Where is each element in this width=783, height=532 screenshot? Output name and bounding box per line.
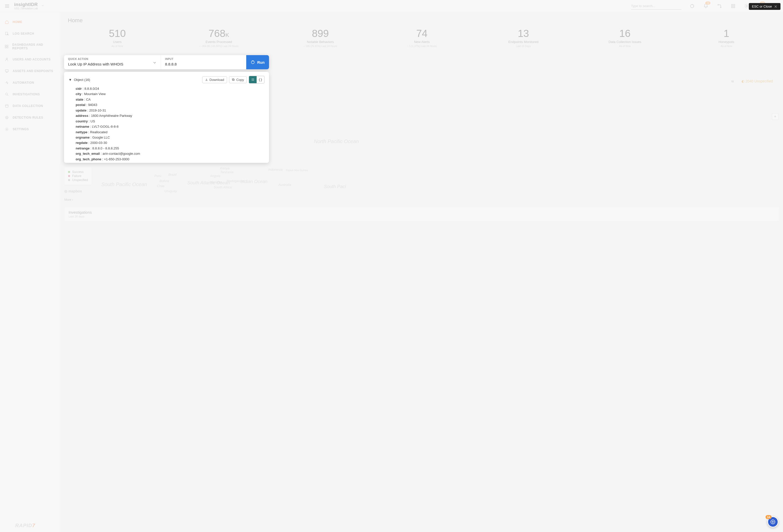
object-header-label: Object (16): [74, 78, 90, 82]
copy-label: Copy: [237, 78, 244, 82]
input-label: INPUT: [165, 58, 242, 60]
svg-rect-24: [232, 79, 234, 80]
svg-rect-23: [233, 79, 234, 81]
result-row: update : 2019-10-31: [76, 108, 264, 113]
help-fab[interactable]: 14: [767, 516, 778, 527]
result-list: cidr : 8.8.8.0/24city : Mountain Viewsta…: [69, 86, 264, 163]
result-row: country : US: [76, 119, 264, 124]
result-row: netname : LVLT-GOGL-8-8-8: [76, 124, 264, 129]
braces-icon: {}: [258, 78, 262, 82]
download-icon: [205, 78, 208, 81]
esc-close-label: ESC or Close: [752, 5, 772, 8]
input-value: 8.8.8.8: [165, 62, 242, 66]
close-icon: [774, 5, 777, 8]
run-label: Run: [257, 60, 264, 64]
result-row: address : 1600 Amphitheatre Parkway: [76, 113, 264, 118]
modal-body: ▼ Object (16) Download Copy {} cidr : 8.…: [64, 72, 269, 163]
result-row: org_tech_phone : +1-650-253-0000: [76, 157, 264, 162]
result-row: regdate : 2000-03-30: [76, 140, 264, 145]
quick-action-selector[interactable]: QUICK ACTION Look Up IP Address with WHO…: [64, 55, 161, 69]
run-button[interactable]: Run: [246, 55, 269, 69]
quick-action-label: QUICK ACTION: [68, 58, 157, 60]
json-view-toggle[interactable]: {}: [257, 76, 264, 83]
result-row: city : Mountain View: [76, 91, 264, 97]
modal-header: QUICK ACTION Look Up IP Address with WHO…: [64, 55, 269, 69]
svg-point-26: [772, 521, 773, 522]
result-row: orgname : Google LLC: [76, 135, 264, 140]
result-row: org_abuse_email : network-abuse@google.c…: [76, 162, 264, 163]
result-row: netrange : 8.8.8.0 - 8.8.8.255: [76, 146, 264, 151]
result-row: state : CA: [76, 97, 264, 102]
copy-button[interactable]: Copy: [229, 76, 247, 83]
result-row: nettype : Reallocated: [76, 129, 264, 135]
download-button[interactable]: Download: [202, 76, 227, 83]
compass-icon: [770, 519, 776, 525]
fab-badge: 14: [765, 515, 772, 519]
copy-icon: [232, 78, 235, 81]
result-row: org_tech_email : arin-contact@google.com: [76, 151, 264, 156]
svg-point-22: [251, 61, 254, 64]
object-toggle[interactable]: ▼ Object (16): [69, 78, 90, 82]
triangle-down-icon: ▼: [69, 78, 72, 82]
esc-close-button[interactable]: ESC or Close: [749, 3, 780, 10]
result-row: cidr : 8.8.8.0/24: [76, 86, 264, 91]
run-icon: [251, 60, 255, 64]
list-icon: [251, 78, 255, 81]
quick-action-value: Look Up IP Address with WHOIS: [68, 62, 157, 66]
view-toggle: {}: [249, 76, 264, 84]
list-view-toggle[interactable]: [249, 76, 257, 83]
chevron-down-icon: [153, 61, 157, 66]
download-label: Download: [210, 78, 224, 82]
quick-action-modal: QUICK ACTION Look Up IP Address with WHO…: [64, 55, 269, 163]
result-row: postal : 94043: [76, 102, 264, 107]
input-field[interactable]: INPUT 8.8.8.8: [161, 55, 246, 69]
